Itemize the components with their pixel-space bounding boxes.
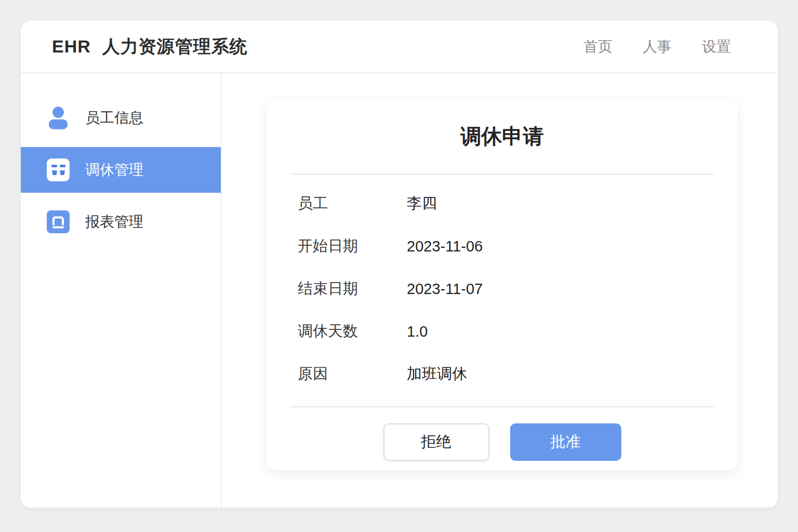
field-row-days: 调休天数 1.0 (298, 321, 714, 342)
report-chart-icon (47, 209, 70, 234)
sidebar-item-leave-management[interactable]: 调休管理 (21, 147, 221, 193)
top-nav: 首页 人事 设置 (583, 37, 731, 57)
field-row-employee: 员工 李四 (298, 193, 714, 214)
employee-value: 李四 (407, 193, 437, 214)
field-row-reason: 原因 加班调休 (298, 364, 714, 384)
brand-full: 人力资源管理系统 (102, 35, 248, 59)
brand-short: EHR (52, 36, 91, 57)
field-row-end-date: 结束日期 2023-11-07 (298, 278, 714, 299)
app-body: 员工信息 调休管理 (21, 73, 778, 508)
main-content: 调休申请 员工 李四 开始日期 2023-11-06 结束日期 2023-11-… (222, 73, 778, 508)
days-value: 1.0 (407, 323, 428, 340)
reject-button[interactable]: 拒绝 (383, 423, 489, 461)
sidebar-item-label: 调休管理 (85, 160, 143, 180)
field-label: 结束日期 (298, 278, 407, 299)
field-label: 原因 (298, 364, 407, 384)
field-label: 开始日期 (298, 236, 407, 257)
nav-item-hr[interactable]: 人事 (643, 37, 672, 57)
card-title: 调休申请 (290, 122, 714, 151)
app-title: EHR 人力资源管理系统 (52, 35, 248, 59)
leave-request-card: 调休申请 员工 李四 开始日期 2023-11-06 结束日期 2023-11-… (267, 100, 737, 470)
approve-button[interactable]: 批准 (510, 423, 621, 461)
nav-item-home[interactable]: 首页 (583, 37, 613, 57)
app-window: EHR 人力资源管理系统 首页 人事 设置 员工信息 (21, 21, 778, 508)
nav-item-settings[interactable]: 设置 (702, 37, 731, 57)
sidebar-item-report-management[interactable]: 报表管理 (21, 199, 221, 245)
user-icon (47, 105, 70, 130)
footer-divider (290, 406, 714, 407)
field-label: 员工 (298, 193, 407, 214)
sidebar-item-label: 报表管理 (85, 212, 143, 232)
sidebar-item-label: 员工信息 (85, 108, 143, 128)
reason-value: 加班调休 (407, 364, 467, 384)
field-label: 调休天数 (298, 321, 407, 342)
sidebar-item-employee-info[interactable]: 员工信息 (21, 95, 221, 141)
start-date-value: 2023-11-06 (407, 238, 483, 255)
sidebar: 员工信息 调休管理 (21, 73, 222, 508)
field-row-start-date: 开始日期 2023-11-06 (298, 236, 714, 257)
calendar-icon (47, 157, 70, 182)
end-date-value: 2023-11-07 (407, 281, 483, 298)
header: EHR 人力资源管理系统 首页 人事 设置 (21, 21, 778, 73)
action-buttons: 拒绝 批准 (290, 423, 714, 461)
field-list: 员工 李四 开始日期 2023-11-06 结束日期 2023-11-07 调休… (290, 175, 714, 384)
